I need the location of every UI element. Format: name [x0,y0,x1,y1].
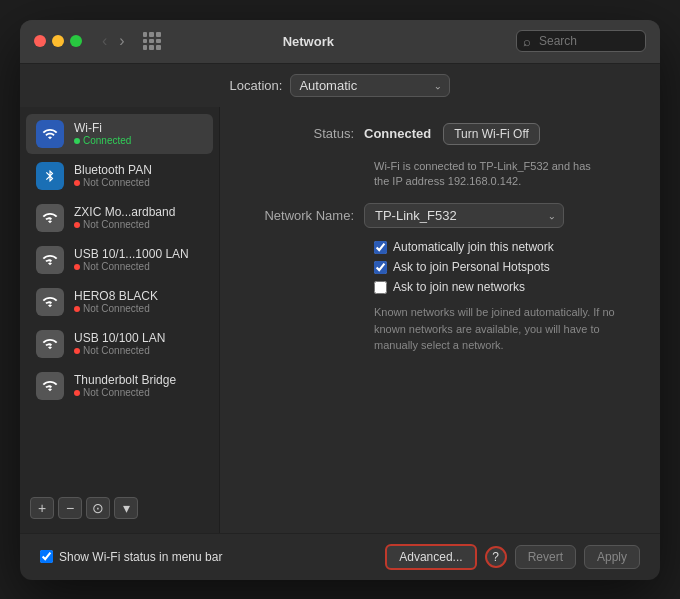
search-input[interactable] [516,30,646,52]
auto-join-checkbox[interactable] [374,241,387,254]
sidebar-item-usb1000[interactable]: USB 10/1...1000 LAN Not Connected [26,240,213,280]
bottom-bar: Show Wi-Fi status in menu bar Advanced..… [20,533,660,580]
help-button[interactable]: ? [485,546,507,568]
hotspots-row: Ask to join Personal Hotspots [374,260,636,274]
new-networks-label: Ask to join new networks [393,280,525,294]
hotspots-label: Ask to join Personal Hotspots [393,260,550,274]
new-networks-row: Ask to join new networks [374,280,636,294]
bluetooth-icon [36,162,64,190]
zxic-name: ZXIC Mo...ardband [74,205,175,219]
network-name-select[interactable]: TP-Link_F532 [364,203,564,228]
add-network-button[interactable]: + [30,497,54,519]
hero8-name: HERO8 BLACK [74,289,158,303]
window-title: Network [109,34,508,49]
main-content: Wi-Fi Connected Bluetooth PAN [20,107,660,533]
detail-panel: Status: Connected Turn Wi-Fi Off Wi-Fi i… [220,107,660,533]
titlebar: ‹ › Network [20,20,660,64]
sidebar-item-hero8[interactable]: HERO8 BLACK Not Connected [26,282,213,322]
revert-button[interactable]: Revert [515,545,576,569]
network-preferences-window: ‹ › Network Location: Automatic [20,20,660,580]
status-value: Connected [364,126,431,141]
bluetooth-name: Bluetooth PAN [74,163,152,177]
location-bar: Location: Automatic [20,64,660,107]
status-label: Status: [244,126,364,141]
ip-info: Wi-Fi is connected to TP-Link_F532 and h… [374,159,636,190]
status-row: Status: Connected Turn Wi-Fi Off [244,123,636,149]
show-wifi-wrapper: Show Wi-Fi status in menu bar [40,550,375,564]
wifi-name: Wi-Fi [74,121,131,135]
location-select-wrapper: Automatic [290,74,450,97]
bluetooth-status: Not Connected [74,177,152,188]
usb1000-name: USB 10/1...1000 LAN [74,247,189,261]
action-buttons: Revert Apply [515,545,640,569]
turn-wifi-off-button[interactable]: Turn Wi-Fi Off [443,123,540,145]
network-more-button[interactable]: ▾ [114,497,138,519]
sidebar: Wi-Fi Connected Bluetooth PAN [20,107,220,533]
auto-join-label: Automatically join this network [393,240,554,254]
hotspots-checkbox[interactable] [374,261,387,274]
hero8-icon [36,288,64,316]
sidebar-item-wifi[interactable]: Wi-Fi Connected [26,114,213,154]
network-options-button[interactable]: ⊙ [86,497,110,519]
remove-network-button[interactable]: − [58,497,82,519]
thunderbolt-icon [36,372,64,400]
show-wifi-checkbox[interactable] [40,550,53,563]
location-select[interactable]: Automatic [290,74,450,97]
location-label: Location: [230,78,283,93]
usb100-icon [36,330,64,358]
show-wifi-label: Show Wi-Fi status in menu bar [59,550,222,564]
auto-join-row: Automatically join this network [374,240,636,254]
hero8-status: Not Connected [74,303,158,314]
thunderbolt-name: Thunderbolt Bridge [74,373,176,387]
minimize-button[interactable] [52,35,64,47]
sidebar-item-zxic[interactable]: ZXIC Mo...ardband Not Connected [26,198,213,238]
zxic-icon [36,204,64,232]
sidebar-item-thunderbolt[interactable]: Thunderbolt Bridge Not Connected [26,366,213,406]
sidebar-footer: + − ⊙ ▾ [20,489,219,527]
apply-button[interactable]: Apply [584,545,640,569]
sidebar-item-usb100[interactable]: USB 10/100 LAN Not Connected [26,324,213,364]
usb1000-icon [36,246,64,274]
usb1000-status: Not Connected [74,261,189,272]
close-button[interactable] [34,35,46,47]
sidebar-item-bluetooth[interactable]: Bluetooth PAN Not Connected [26,156,213,196]
wifi-icon [36,120,64,148]
usb100-status: Not Connected [74,345,165,356]
advanced-button[interactable]: Advanced... [385,544,476,570]
new-networks-checkbox[interactable] [374,281,387,294]
traffic-lights [34,35,82,47]
bottom-right: Advanced... ? Revert Apply [385,544,640,570]
maximize-button[interactable] [70,35,82,47]
network-name-label: Network Name: [244,208,364,223]
search-wrapper [516,30,646,52]
thunderbolt-status: Not Connected [74,387,176,398]
usb100-name: USB 10/100 LAN [74,331,165,345]
zxic-status: Not Connected [74,219,175,230]
wifi-status: Connected [74,135,131,146]
known-networks-info: Known networks will be joined automatica… [374,304,636,354]
network-name-row: Network Name: TP-Link_F532 [244,203,636,228]
